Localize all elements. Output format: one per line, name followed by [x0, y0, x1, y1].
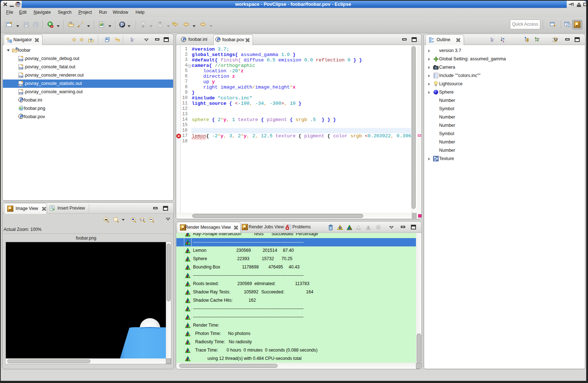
svg-text:C: C: [567, 24, 570, 27]
svg-text:z: z: [503, 40, 504, 43]
svg-text:R: R: [339, 226, 342, 230]
svg-text:◂▸: ◂▸: [104, 218, 108, 221]
svg-text:P: P: [121, 22, 124, 27]
svg-text:1:1: 1:1: [140, 218, 144, 221]
